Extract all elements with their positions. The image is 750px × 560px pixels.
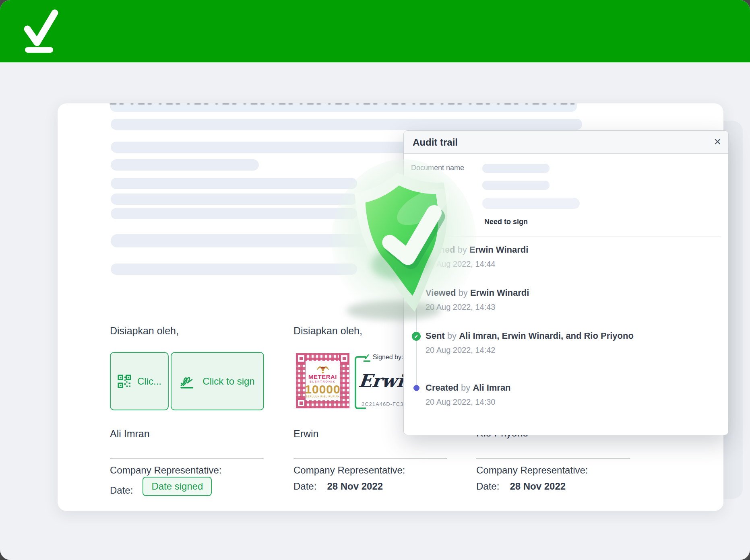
date-row: Date:28 Nov 2022 — [293, 481, 383, 492]
skeleton-text-line — [111, 119, 582, 130]
top-navbar — [0, 0, 750, 62]
skeleton-text-line — [111, 264, 357, 275]
e-meterai-stamp: METERAI ELEKTRONIK 10000 SEPULUH RIBU RU… — [296, 353, 349, 408]
click-to-sign-label: Click to sign — [202, 376, 254, 387]
modal-header: Audit trail × — [404, 131, 728, 154]
skeleton-value — [482, 198, 580, 209]
shield-check-icon — [333, 160, 478, 325]
close-icon[interactable]: × — [714, 135, 721, 148]
date-signed-badge[interactable]: Date signed — [143, 477, 212, 496]
date-label: Date: — [476, 481, 499, 492]
meterai-amount: 10000 — [305, 383, 340, 396]
meterai-title: METERAI — [308, 374, 337, 380]
date-row: Date:28 Nov 2022 — [476, 481, 566, 492]
click-to-sign-button[interactable]: Click to sign — [171, 352, 264, 410]
date-row: Date:Date signed — [110, 481, 212, 500]
qr-finder-icon — [339, 353, 349, 364]
prepared-by-label: Disiapkan oleh, — [293, 325, 362, 337]
skeleton-text-line — [110, 103, 577, 112]
meterai-center: METERAI ELEKTRONIK 10000 SEPULUH RIBU RU… — [306, 361, 340, 400]
skeleton-text-line — [111, 208, 357, 219]
need-to-sign-label: Need to sign — [484, 218, 528, 226]
modal-title: Audit trail — [413, 137, 458, 148]
company-representative-label: Company Representative: — [293, 465, 405, 476]
redacted-text-line — [110, 103, 577, 105]
signer-name: Ali Imran — [110, 428, 150, 440]
garuda-emblem-icon — [316, 363, 330, 374]
skeleton-value — [482, 181, 550, 190]
audit-event-title: Sent by Ali Imran, Erwin Winardi, and Ri… — [426, 331, 634, 341]
signature-line — [293, 458, 447, 459]
signature-icon — [180, 374, 197, 389]
created-dot-bullet-icon — [413, 385, 419, 391]
skeleton-text-line — [111, 194, 357, 205]
signed-by-label: Signed by: — [373, 354, 403, 361]
app-window: Disiapkan oleh, Clic... — [0, 0, 750, 560]
qr-sign-button-label: Clic... — [137, 376, 161, 387]
company-representative-label: Company Representative: — [476, 465, 588, 476]
meterai-amount-words: SEPULUH RIBU RUPIAH — [306, 395, 340, 398]
prepared-by-label: Disiapkan oleh, — [110, 325, 179, 337]
qr-sign-button[interactable]: Clic... — [110, 352, 169, 410]
check-logo-icon — [23, 9, 59, 54]
signature-line — [476, 458, 630, 459]
signer-name: Erwin — [293, 428, 319, 440]
audit-event-timestamp: 20 Aug 2022, 14:30 — [426, 397, 496, 407]
date-value: 28 Nov 2022 — [510, 481, 566, 492]
signed-by-row: ✓ Signed by: — [364, 354, 403, 362]
company-representative-label: Company Representative: — [110, 465, 221, 476]
qr-finder-icon — [296, 353, 306, 364]
audit-event-timestamp: 20 Aug 2022, 14:42 — [426, 346, 496, 355]
signed-check-icon: ✓ — [364, 354, 370, 362]
skeleton-value — [482, 164, 550, 173]
audit-event-title: Created by Ali Imran — [426, 383, 511, 393]
date-label: Date: — [110, 485, 133, 496]
date-value: 28 Nov 2022 — [327, 481, 383, 492]
signature-line — [110, 458, 264, 459]
skeleton-text-line — [111, 159, 259, 171]
certificate-id: 2C21A46D-FC3E- — [362, 401, 410, 407]
date-label: Date: — [293, 481, 316, 492]
sent-check-bullet-icon: ✓ — [412, 332, 421, 341]
qr-icon — [117, 374, 132, 389]
skeleton-text-line — [111, 178, 357, 189]
qr-finder-icon — [296, 398, 306, 408]
